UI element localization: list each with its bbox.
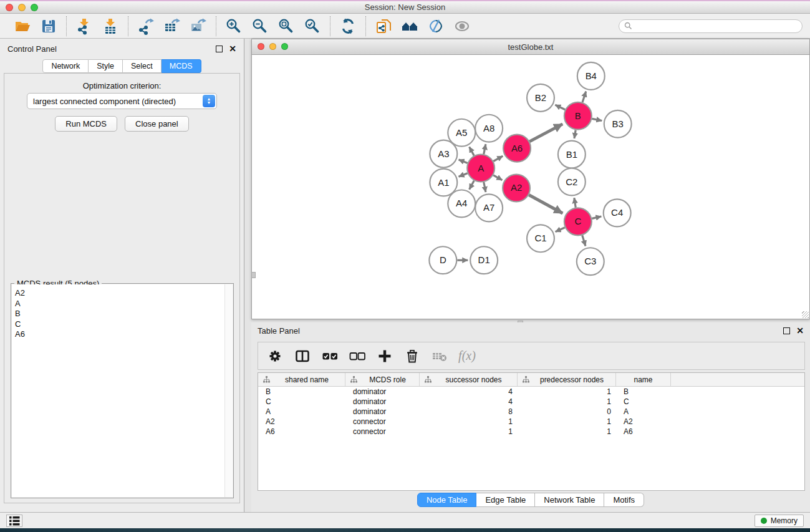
close-window-button[interactable] xyxy=(6,4,13,11)
graph-node-A8[interactable]: A8 xyxy=(475,115,503,142)
export-table-button[interactable] xyxy=(162,16,182,36)
graph-edge-C-C1[interactable] xyxy=(556,228,565,232)
table-row[interactable]: Cdominator41C xyxy=(258,397,804,407)
minimize-window-button[interactable] xyxy=(18,4,26,11)
search-input[interactable] xyxy=(635,22,797,31)
graph-node-B2[interactable]: B2 xyxy=(527,84,554,112)
network-close-button[interactable] xyxy=(258,43,264,50)
graph-node-A6[interactable]: A6 xyxy=(503,135,531,162)
column-header-name[interactable]: name xyxy=(616,373,671,386)
tab-select[interactable]: Select xyxy=(123,59,162,73)
graph-edge-A-A7[interactable] xyxy=(484,182,486,192)
graph-node-B1[interactable]: B1 xyxy=(558,141,586,168)
result-item[interactable]: B xyxy=(15,309,224,319)
graph-node-B3[interactable]: B3 xyxy=(604,110,632,138)
column-header-successor-nodes[interactable]: successor nodes xyxy=(420,373,518,386)
graph-edge-C-C3[interactable] xyxy=(582,235,586,246)
tab-motifs[interactable]: Motifs xyxy=(604,493,644,507)
refresh-button[interactable] xyxy=(338,16,358,36)
graph-edge-A-A4[interactable] xyxy=(470,181,475,190)
import-network-button[interactable] xyxy=(74,16,94,36)
graph-node-D1[interactable]: D1 xyxy=(470,246,498,274)
column-header-predecessor-nodes[interactable]: predecessor nodes xyxy=(518,373,616,386)
close-panel-icon[interactable]: ✕ xyxy=(229,46,236,52)
graph-edge-A-A2[interactable] xyxy=(493,175,502,180)
graph-node-C[interactable]: C xyxy=(564,208,592,235)
search-box[interactable] xyxy=(619,19,803,33)
table-cell[interactable]: B xyxy=(616,387,671,396)
export-image-button[interactable] xyxy=(188,16,208,36)
graph-edge-A-A6[interactable] xyxy=(493,156,503,161)
delete-row-button[interactable] xyxy=(403,347,422,365)
table-row[interactable]: Adominator80A xyxy=(258,407,804,417)
graph-node-B[interactable]: B xyxy=(564,102,592,130)
zoom-selected-button[interactable] xyxy=(302,16,322,36)
graph-edge-A-A3[interactable] xyxy=(459,160,468,163)
float-table-panel-icon[interactable] xyxy=(783,327,790,334)
clone-network-button[interactable] xyxy=(374,16,393,36)
table-cell[interactable]: A2 xyxy=(616,417,671,426)
canvas-left-scrollbar[interactable] xyxy=(251,272,256,278)
run-mcds-button[interactable]: Run MCDS xyxy=(55,116,117,132)
graph-edge-A2-C[interactable] xyxy=(529,195,562,213)
tab-network[interactable]: Network xyxy=(42,59,89,73)
graph-node-C2[interactable]: C2 xyxy=(558,168,586,196)
memory-button[interactable]: Memory xyxy=(755,515,804,527)
add-row-button[interactable] xyxy=(375,347,394,365)
tab-network-table[interactable]: Network Table xyxy=(535,493,604,507)
result-item[interactable]: A6 xyxy=(15,329,224,340)
column-header-MCDS-role[interactable]: MCDS role xyxy=(345,373,420,386)
table-cell[interactable]: 4 xyxy=(420,387,518,396)
table-cell[interactable]: 1 xyxy=(518,427,616,436)
show-column-button[interactable] xyxy=(293,347,312,365)
graph-edge-B-B3[interactable] xyxy=(592,118,602,120)
graph-edge-B-B1[interactable] xyxy=(574,130,576,138)
result-item[interactable]: C xyxy=(15,319,224,330)
result-item[interactable]: A xyxy=(15,299,224,309)
graph-node-B4[interactable]: B4 xyxy=(577,62,605,90)
table-cell[interactable]: C xyxy=(258,397,345,406)
tab-mcds[interactable]: MCDS xyxy=(162,59,201,73)
export-network-button[interactable] xyxy=(136,16,156,36)
close-panel-button[interactable]: Close panel xyxy=(125,116,189,132)
table-cell[interactable]: dominator xyxy=(345,397,420,406)
graph-node-A[interactable]: A xyxy=(467,155,494,182)
settings-button[interactable] xyxy=(266,347,284,365)
table-row[interactable]: Bdominator41B xyxy=(258,387,804,397)
tab-edge-table[interactable]: Edge Table xyxy=(476,493,535,507)
zoom-window-button[interactable] xyxy=(31,4,38,11)
table-cell[interactable]: 1 xyxy=(518,387,616,396)
network-canvas[interactable]: AA1A2A3A4A5A6A7A8BB1B2B3B4CC1C2C3C4DD1 xyxy=(252,55,809,319)
graph-node-A2[interactable]: A2 xyxy=(503,175,530,202)
table-cell[interactable]: 1 xyxy=(420,417,518,426)
float-panel-icon[interactable] xyxy=(216,46,223,52)
home-button[interactable] xyxy=(400,16,420,36)
graph-edge-B-B2[interactable] xyxy=(555,105,565,110)
open-session-button[interactable] xyxy=(12,16,32,36)
table-cell[interactable]: A xyxy=(258,407,345,416)
network-minimize-button[interactable] xyxy=(269,43,276,50)
close-table-panel-icon[interactable]: ✕ xyxy=(796,327,804,334)
graphics-details-button[interactable] xyxy=(426,16,446,36)
graph-edge-A-A1[interactable] xyxy=(459,173,468,177)
zoom-in-button[interactable] xyxy=(224,16,244,36)
graph-node-D[interactable]: D xyxy=(429,246,456,274)
graph-edge-A-A5[interactable] xyxy=(470,147,475,155)
zoom-fit-button[interactable] xyxy=(276,16,296,36)
column-header-shared-name[interactable]: shared name xyxy=(258,373,345,386)
table-cell[interactable]: A xyxy=(616,407,671,416)
graph-edge-C-C2[interactable] xyxy=(574,198,576,208)
table-row[interactable]: A2connector11A2 xyxy=(258,417,804,427)
table-cell[interactable]: 1 xyxy=(420,427,518,436)
table-cell[interactable]: 4 xyxy=(420,397,518,406)
table-cell[interactable]: 8 xyxy=(420,407,518,416)
select-all-button[interactable] xyxy=(321,347,339,365)
graph-edge-B-B4[interactable] xyxy=(582,92,586,102)
table-cell[interactable]: 0 xyxy=(518,407,616,416)
zoom-out-button[interactable] xyxy=(250,16,270,36)
task-history-button[interactable] xyxy=(6,515,22,527)
table-cell[interactable]: dominator xyxy=(345,387,420,396)
graph-node-A4[interactable]: A4 xyxy=(448,190,475,217)
bird-eye-button[interactable] xyxy=(452,16,472,36)
table-cell[interactable]: A6 xyxy=(258,427,345,436)
